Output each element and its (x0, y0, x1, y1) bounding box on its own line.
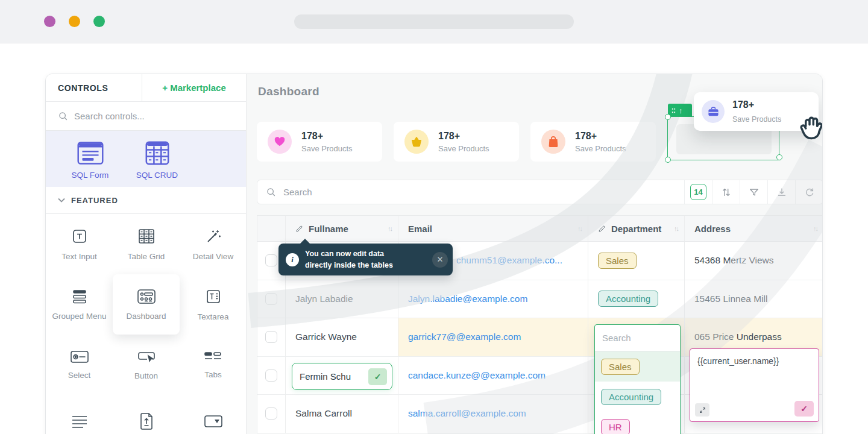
sort-arrows-icon[interactable]: ↑↓ (813, 225, 817, 232)
close-icon[interactable]: ✕ (432, 252, 448, 268)
featured-section-header[interactable]: FEATURED (46, 187, 246, 214)
control-detail-view[interactable]: Detail View (180, 214, 247, 274)
file-upload-icon (139, 412, 154, 430)
app-canvas: Dashboard 178+ Save Products 178+ Save P… (247, 74, 822, 434)
header-checkbox-cell (257, 216, 286, 242)
refresh-icon (804, 187, 815, 198)
bag-icon (541, 130, 565, 154)
control-textarea[interactable]: Textarea (180, 274, 247, 335)
window-close-button[interactable] (44, 16, 55, 27)
download-button[interactable] (767, 180, 795, 204)
pencil-icon (295, 224, 304, 233)
column-header-email[interactable]: Email ↑↓ (398, 216, 588, 242)
row-checkbox[interactable] (265, 254, 277, 266)
column-header-fullname[interactable]: Fullname ↑↓ (286, 216, 398, 242)
stat-label: Save Products (575, 144, 626, 153)
control-label: SQL Form (72, 171, 109, 180)
table-grid-icon (137, 228, 156, 245)
column-header-department[interactable]: Department ↑↓ (588, 216, 685, 242)
row-checkbox[interactable] (265, 293, 277, 305)
cell-email[interactable]: garrick77@@example.com (398, 318, 588, 357)
department-dropdown: Sales Accounting HR (594, 324, 681, 434)
sort-arrows-icon[interactable]: ↑↓ (674, 225, 678, 232)
control-sql-form[interactable]: SQL Form (57, 140, 124, 180)
briefcase-icon (702, 100, 725, 123)
cell-address[interactable]: 15465 Linnea Mill (685, 280, 823, 319)
control-tabs[interactable]: Tabs (180, 335, 247, 395)
heart-icon (268, 130, 292, 154)
cell-email[interactable]: salma.carroll@example.com (398, 395, 588, 433)
stat-card-2[interactable]: 178+ Save Products (394, 122, 519, 162)
controls-grid: Text Input Table Grid Detail View (46, 214, 246, 434)
cell-fullname[interactable]: Jalyn Labadie (286, 280, 398, 319)
magic-wand-icon (205, 228, 222, 245)
window-maximize-button[interactable] (93, 16, 105, 27)
row-checkbox[interactable] (265, 331, 277, 343)
cell-fullname[interactable]: Garrick Wayne (286, 318, 398, 357)
chevron-down-icon (58, 198, 65, 203)
download-icon (776, 187, 787, 198)
control-text-input[interactable]: Text Input (46, 214, 113, 274)
refresh-button[interactable] (795, 180, 823, 204)
tab-marketplace[interactable]: + Markertplace (142, 74, 246, 101)
search-icon (266, 187, 276, 197)
row-checkbox[interactable] (265, 407, 277, 420)
table-search-input[interactable] (276, 180, 684, 204)
sort-button[interactable] (712, 180, 740, 204)
confirm-edit-button[interactable]: ✓ (368, 368, 387, 385)
cell-fullname[interactable]: Salma Carroll (286, 395, 398, 433)
expand-icon[interactable] (695, 403, 709, 417)
department-badge: HR (601, 419, 630, 434)
edit-hint-tooltip: i You can now edit data directly inside … (278, 244, 453, 275)
search-icon (58, 111, 68, 121)
cell-department[interactable]: Sales (588, 242, 685, 280)
controls-sidebar: CONTROLS + Markertplace SQL Form (46, 74, 247, 434)
cell-email[interactable]: Jalyn.labadie@example.com (398, 280, 588, 319)
control-list[interactable] (46, 395, 113, 434)
control-table-grid[interactable]: Table Grid (113, 214, 180, 274)
drag-dots-icon (671, 107, 676, 114)
column-count-badge: 14 (690, 184, 706, 200)
cell-department[interactable]: Accounting (588, 280, 685, 319)
filter-button[interactable] (740, 180, 767, 204)
column-count-button[interactable]: 14 (684, 180, 712, 204)
dropdown-option-sales[interactable]: Sales (595, 351, 680, 382)
control-sql-crud[interactable]: SQL CRUD (124, 140, 190, 180)
cell-address[interactable]: 54368 Mertz Views (685, 242, 823, 280)
address-bar[interactable] (294, 14, 574, 29)
dropdown-option-hr[interactable]: HR (595, 412, 680, 434)
resize-handle-sw[interactable] (665, 157, 671, 163)
tooltip-line2: directly inside the tables (305, 260, 426, 271)
sql-form-icon (77, 140, 104, 166)
widget-drag-handle[interactable]: ↑ (668, 104, 692, 117)
sql-crud-icon (145, 140, 170, 166)
sort-arrows-icon[interactable]: ↑↓ (577, 225, 582, 232)
tab-controls[interactable]: CONTROLS (46, 74, 142, 101)
window-minimize-button[interactable] (69, 16, 80, 27)
control-file-upload[interactable] (113, 395, 180, 434)
resize-handle-nw[interactable] (665, 114, 671, 120)
controls-search-input[interactable] (74, 111, 234, 121)
control-dashboard[interactable]: Dashboard (113, 274, 180, 335)
dashboard-icon (137, 289, 156, 304)
control-select[interactable]: Select (46, 335, 113, 395)
column-header-address[interactable]: Address ↑↓ (685, 216, 823, 242)
dropdown-search-input[interactable] (595, 333, 680, 343)
stat-value: 178+ (438, 131, 489, 142)
confirm-edit-button[interactable]: ✓ (794, 401, 814, 417)
row-checkbox[interactable] (265, 370, 277, 382)
cell-email[interactable]: candace.kunze@@example.com (398, 357, 588, 395)
stat-card-1[interactable]: 178+ Save Products (257, 122, 382, 162)
address-cell-editor[interactable]: {{current_user.name}} ✓ (690, 348, 819, 422)
fullname-cell-editor[interactable]: Fermin Schu ✓ (292, 363, 392, 390)
address-editor-value[interactable]: {{current_user.name}} (697, 356, 779, 366)
stat-card-3[interactable]: 178+ Save Products (530, 122, 656, 162)
control-button[interactable]: Button (113, 335, 180, 395)
fullname-editor-value[interactable]: Fermin Schu (300, 371, 368, 382)
dropdown-option-accounting[interactable]: Accounting (595, 382, 680, 412)
resize-handle-se[interactable] (776, 154, 782, 160)
sort-arrows-icon[interactable]: ↑↓ (388, 225, 392, 232)
control-dropdown[interactable] (180, 395, 247, 434)
pinned-controls: SQL Form SQL CRUD (46, 131, 246, 187)
control-grouped-menu[interactable]: Grouped Menu (46, 274, 113, 335)
